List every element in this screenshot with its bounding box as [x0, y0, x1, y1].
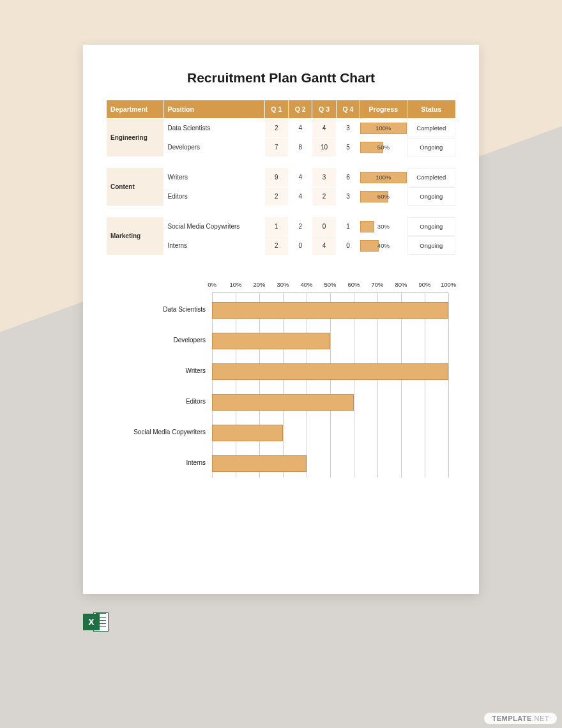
quarter-cell: 2 — [312, 187, 335, 206]
quarter-cell: 9 — [265, 168, 288, 186]
th-q3: Q 3 — [312, 100, 335, 118]
progress-label: 50% — [360, 141, 406, 154]
axis-tick-label: 30% — [275, 281, 291, 288]
quarter-cell: 4 — [289, 187, 312, 206]
progress-cell: 100% — [360, 168, 406, 186]
document-page: Recruitment Plan Gantt Chart Department … — [83, 45, 479, 594]
position-cell: Interns — [164, 236, 264, 255]
chart-bar — [212, 394, 354, 411]
quarter-cell: 6 — [337, 168, 360, 186]
chart-bar-row: Writers — [212, 363, 448, 380]
gridline — [283, 293, 284, 478]
watermark-tld: .NET — [532, 715, 549, 722]
chart-bar — [212, 333, 330, 349]
axis-tick-label: 90% — [417, 281, 432, 288]
quarter-cell: 1 — [265, 217, 288, 236]
progress-cell: 100% — [360, 119, 406, 137]
quarter-cell: 4 — [312, 119, 335, 137]
quarter-cell: 8 — [289, 138, 312, 156]
axis-tick-label: 60% — [346, 281, 361, 288]
th-q1: Q 1 — [265, 100, 288, 118]
quarter-cell: 2 — [289, 217, 312, 236]
chart-bar — [212, 455, 307, 472]
quarter-cell: 7 — [265, 138, 288, 156]
axis-tick-label: 20% — [252, 281, 267, 288]
chart-bar-label: Editors — [110, 398, 206, 405]
gridline — [377, 293, 378, 478]
chart-bar — [212, 425, 283, 441]
gridline — [354, 293, 354, 478]
position-cell: Developers — [164, 138, 264, 156]
gridline — [307, 293, 307, 478]
table-row: EngineeringData Scientists2443100%Comple… — [107, 119, 455, 137]
quarter-cell: 0 — [337, 236, 360, 255]
progress-label: 30% — [360, 220, 406, 233]
chart-bar-label: Social Media Copywriters — [110, 428, 206, 436]
chart-plot: Data ScientistsDevelopersWritersEditorsS… — [212, 292, 448, 478]
chart-axis-labels: 0%10%20%30%40%50%60%70%80%90%100% — [212, 281, 448, 290]
table-row: ContentWriters9436100%Completed — [107, 168, 455, 186]
th-status: Status — [407, 100, 455, 118]
quarter-cell: 5 — [337, 138, 360, 156]
gridline — [212, 293, 213, 478]
chart-bar — [212, 302, 448, 319]
chart-bar-row: Social Media Copywriters — [212, 425, 448, 441]
status-cell: Completed — [407, 168, 455, 186]
quarter-cell: 1 — [337, 217, 360, 236]
quarter-cell: 3 — [312, 168, 335, 186]
chart-bar-row: Data Scientists — [212, 302, 448, 319]
quarter-cell: 3 — [337, 119, 360, 137]
axis-tick-label: 40% — [299, 281, 314, 288]
quarter-cell: 2 — [265, 119, 288, 137]
th-q4: Q 4 — [337, 100, 360, 118]
watermark-brand: TEMPLATE — [492, 715, 531, 722]
th-position: Position — [164, 100, 264, 118]
excel-icon: X — [83, 610, 109, 635]
gridline — [236, 293, 236, 478]
progress-label: 100% — [360, 171, 406, 184]
gridline — [259, 293, 260, 478]
quarter-cell: 4 — [312, 236, 335, 255]
progress-cell: 40% — [360, 236, 406, 255]
status-cell: Ongoing — [407, 138, 455, 156]
th-progress: Progress — [360, 100, 406, 118]
watermark: TEMPLATE.NET — [484, 713, 557, 724]
status-cell: Completed — [407, 119, 455, 137]
axis-tick-label: 70% — [370, 281, 385, 288]
status-cell: Ongoing — [407, 187, 455, 206]
gridline — [330, 293, 331, 478]
chart-bar-label: Writers — [110, 367, 206, 374]
quarter-cell: 0 — [312, 217, 335, 236]
gridline — [401, 293, 402, 478]
position-cell: Data Scientists — [164, 119, 264, 137]
chart-bar-row: Editors — [212, 394, 448, 411]
progress-label: 60% — [360, 190, 406, 203]
table-row: MarketingSocial Media Copywriters120130%… — [107, 217, 455, 236]
axis-tick-label: 0% — [204, 281, 220, 288]
th-q2: Q 2 — [289, 100, 312, 118]
chart-bar-label: Data Scientists — [110, 306, 206, 313]
axis-tick-label: 50% — [323, 281, 338, 288]
dept-cell: Marketing — [107, 217, 163, 255]
quarter-cell: 0 — [289, 236, 312, 255]
progress-label: 40% — [360, 239, 406, 252]
page-title: Recruitment Plan Gantt Chart — [106, 70, 456, 86]
quarter-cell: 10 — [312, 138, 335, 156]
progress-cell: 30% — [360, 217, 406, 236]
dept-cell: Engineering — [107, 119, 163, 156]
status-cell: Ongoing — [407, 236, 455, 255]
position-cell: Writers — [164, 168, 264, 186]
quarter-cell: 3 — [337, 187, 360, 206]
status-cell: Ongoing — [407, 217, 455, 236]
axis-tick-label: 10% — [228, 281, 243, 288]
recruitment-table: Department Position Q 1 Q 2 Q 3 Q 4 Prog… — [106, 100, 456, 255]
chart-bar-row: Developers — [212, 333, 448, 349]
progress-cell: 60% — [360, 187, 406, 206]
chart-bar-label: Developers — [110, 337, 206, 344]
dept-cell: Content — [107, 168, 163, 206]
axis-tick-label: 100% — [441, 281, 456, 288]
position-cell: Social Media Copywriters — [164, 217, 264, 236]
excel-book-icon: X — [83, 614, 100, 630]
axis-tick-label: 80% — [393, 281, 409, 288]
gantt-bar-chart: 0%10%20%30%40%50%60%70%80%90%100% Data S… — [123, 281, 448, 485]
